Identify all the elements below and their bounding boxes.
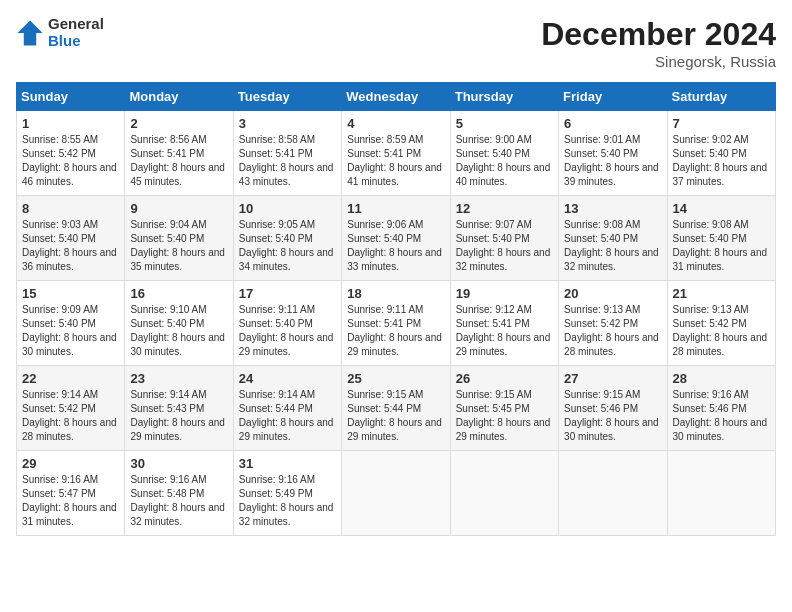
day-number: 17 (239, 286, 336, 301)
day-number: 9 (130, 201, 227, 216)
day-detail: Sunrise: 9:01 AMSunset: 5:40 PMDaylight:… (564, 134, 659, 187)
day-number: 31 (239, 456, 336, 471)
day-number: 5 (456, 116, 553, 131)
calendar-week-4: 22Sunrise: 9:14 AMSunset: 5:42 PMDayligh… (17, 366, 776, 451)
calendar-cell: 2Sunrise: 8:56 AMSunset: 5:41 PMDaylight… (125, 111, 233, 196)
logo-text: General Blue (48, 16, 104, 49)
day-number: 30 (130, 456, 227, 471)
calendar-week-5: 29Sunrise: 9:16 AMSunset: 5:47 PMDayligh… (17, 451, 776, 536)
day-detail: Sunrise: 9:11 AMSunset: 5:40 PMDaylight:… (239, 304, 334, 357)
day-number: 24 (239, 371, 336, 386)
day-number: 20 (564, 286, 661, 301)
day-number: 11 (347, 201, 444, 216)
day-number: 4 (347, 116, 444, 131)
logo-general: General (48, 16, 104, 33)
calendar-cell: 31Sunrise: 9:16 AMSunset: 5:49 PMDayligh… (233, 451, 341, 536)
day-detail: Sunrise: 9:03 AMSunset: 5:40 PMDaylight:… (22, 219, 117, 272)
day-number: 6 (564, 116, 661, 131)
calendar-cell: 27Sunrise: 9:15 AMSunset: 5:46 PMDayligh… (559, 366, 667, 451)
day-number: 18 (347, 286, 444, 301)
day-number: 22 (22, 371, 119, 386)
calendar-cell: 23Sunrise: 9:14 AMSunset: 5:43 PMDayligh… (125, 366, 233, 451)
calendar-cell (667, 451, 775, 536)
day-detail: Sunrise: 9:14 AMSunset: 5:42 PMDaylight:… (22, 389, 117, 442)
day-detail: Sunrise: 8:55 AMSunset: 5:42 PMDaylight:… (22, 134, 117, 187)
day-number: 15 (22, 286, 119, 301)
weekday-header-saturday: Saturday (667, 83, 775, 111)
day-detail: Sunrise: 9:00 AMSunset: 5:40 PMDaylight:… (456, 134, 551, 187)
calendar-cell: 30Sunrise: 9:16 AMSunset: 5:48 PMDayligh… (125, 451, 233, 536)
day-number: 7 (673, 116, 770, 131)
weekday-header-thursday: Thursday (450, 83, 558, 111)
calendar-week-3: 15Sunrise: 9:09 AMSunset: 5:40 PMDayligh… (17, 281, 776, 366)
day-detail: Sunrise: 9:16 AMSunset: 5:48 PMDaylight:… (130, 474, 225, 527)
day-detail: Sunrise: 9:16 AMSunset: 5:49 PMDaylight:… (239, 474, 334, 527)
day-detail: Sunrise: 9:04 AMSunset: 5:40 PMDaylight:… (130, 219, 225, 272)
day-detail: Sunrise: 9:11 AMSunset: 5:41 PMDaylight:… (347, 304, 442, 357)
calendar-cell: 7Sunrise: 9:02 AMSunset: 5:40 PMDaylight… (667, 111, 775, 196)
calendar-header: SundayMondayTuesdayWednesdayThursdayFrid… (17, 83, 776, 111)
day-number: 10 (239, 201, 336, 216)
day-number: 2 (130, 116, 227, 131)
calendar-cell: 8Sunrise: 9:03 AMSunset: 5:40 PMDaylight… (17, 196, 125, 281)
day-detail: Sunrise: 9:15 AMSunset: 5:45 PMDaylight:… (456, 389, 551, 442)
day-detail: Sunrise: 8:59 AMSunset: 5:41 PMDaylight:… (347, 134, 442, 187)
calendar-cell: 17Sunrise: 9:11 AMSunset: 5:40 PMDayligh… (233, 281, 341, 366)
day-number: 23 (130, 371, 227, 386)
calendar-cell: 21Sunrise: 9:13 AMSunset: 5:42 PMDayligh… (667, 281, 775, 366)
day-number: 28 (673, 371, 770, 386)
day-number: 8 (22, 201, 119, 216)
calendar-cell: 28Sunrise: 9:16 AMSunset: 5:46 PMDayligh… (667, 366, 775, 451)
day-detail: Sunrise: 9:12 AMSunset: 5:41 PMDaylight:… (456, 304, 551, 357)
calendar-cell: 11Sunrise: 9:06 AMSunset: 5:40 PMDayligh… (342, 196, 450, 281)
calendar-cell: 14Sunrise: 9:08 AMSunset: 5:40 PMDayligh… (667, 196, 775, 281)
day-number: 27 (564, 371, 661, 386)
calendar-cell: 26Sunrise: 9:15 AMSunset: 5:45 PMDayligh… (450, 366, 558, 451)
day-detail: Sunrise: 9:08 AMSunset: 5:40 PMDaylight:… (673, 219, 768, 272)
day-detail: Sunrise: 9:02 AMSunset: 5:40 PMDaylight:… (673, 134, 768, 187)
day-detail: Sunrise: 9:14 AMSunset: 5:44 PMDaylight:… (239, 389, 334, 442)
calendar-table: SundayMondayTuesdayWednesdayThursdayFrid… (16, 82, 776, 536)
day-detail: Sunrise: 9:16 AMSunset: 5:46 PMDaylight:… (673, 389, 768, 442)
day-detail: Sunrise: 9:15 AMSunset: 5:46 PMDaylight:… (564, 389, 659, 442)
calendar-cell: 10Sunrise: 9:05 AMSunset: 5:40 PMDayligh… (233, 196, 341, 281)
day-detail: Sunrise: 9:15 AMSunset: 5:44 PMDaylight:… (347, 389, 442, 442)
day-detail: Sunrise: 9:08 AMSunset: 5:40 PMDaylight:… (564, 219, 659, 272)
day-number: 14 (673, 201, 770, 216)
day-number: 13 (564, 201, 661, 216)
day-number: 26 (456, 371, 553, 386)
calendar-cell: 20Sunrise: 9:13 AMSunset: 5:42 PMDayligh… (559, 281, 667, 366)
page-header: General Blue December 2024 Sinegorsk, Ru… (16, 16, 776, 70)
calendar-cell: 16Sunrise: 9:10 AMSunset: 5:40 PMDayligh… (125, 281, 233, 366)
day-number: 25 (347, 371, 444, 386)
day-number: 12 (456, 201, 553, 216)
calendar-cell: 4Sunrise: 8:59 AMSunset: 5:41 PMDaylight… (342, 111, 450, 196)
day-number: 19 (456, 286, 553, 301)
calendar-cell: 5Sunrise: 9:00 AMSunset: 5:40 PMDaylight… (450, 111, 558, 196)
day-detail: Sunrise: 9:13 AMSunset: 5:42 PMDaylight:… (673, 304, 768, 357)
calendar-cell: 29Sunrise: 9:16 AMSunset: 5:47 PMDayligh… (17, 451, 125, 536)
calendar-cell: 13Sunrise: 9:08 AMSunset: 5:40 PMDayligh… (559, 196, 667, 281)
day-number: 1 (22, 116, 119, 131)
day-detail: Sunrise: 8:56 AMSunset: 5:41 PMDaylight:… (130, 134, 225, 187)
calendar-cell: 12Sunrise: 9:07 AMSunset: 5:40 PMDayligh… (450, 196, 558, 281)
calendar-cell: 18Sunrise: 9:11 AMSunset: 5:41 PMDayligh… (342, 281, 450, 366)
calendar-cell: 24Sunrise: 9:14 AMSunset: 5:44 PMDayligh… (233, 366, 341, 451)
day-detail: Sunrise: 9:10 AMSunset: 5:40 PMDaylight:… (130, 304, 225, 357)
calendar-week-2: 8Sunrise: 9:03 AMSunset: 5:40 PMDaylight… (17, 196, 776, 281)
weekday-header-tuesday: Tuesday (233, 83, 341, 111)
calendar-week-1: 1Sunrise: 8:55 AMSunset: 5:42 PMDaylight… (17, 111, 776, 196)
svg-marker-1 (30, 20, 42, 32)
day-detail: Sunrise: 9:13 AMSunset: 5:42 PMDaylight:… (564, 304, 659, 357)
day-number: 3 (239, 116, 336, 131)
day-detail: Sunrise: 9:16 AMSunset: 5:47 PMDaylight:… (22, 474, 117, 527)
month-title: December 2024 (541, 16, 776, 53)
calendar-cell: 22Sunrise: 9:14 AMSunset: 5:42 PMDayligh… (17, 366, 125, 451)
day-number: 16 (130, 286, 227, 301)
calendar-cell: 19Sunrise: 9:12 AMSunset: 5:41 PMDayligh… (450, 281, 558, 366)
day-detail: Sunrise: 9:07 AMSunset: 5:40 PMDaylight:… (456, 219, 551, 272)
weekday-header-friday: Friday (559, 83, 667, 111)
day-detail: Sunrise: 9:06 AMSunset: 5:40 PMDaylight:… (347, 219, 442, 272)
day-number: 29 (22, 456, 119, 471)
title-block: December 2024 Sinegorsk, Russia (541, 16, 776, 70)
